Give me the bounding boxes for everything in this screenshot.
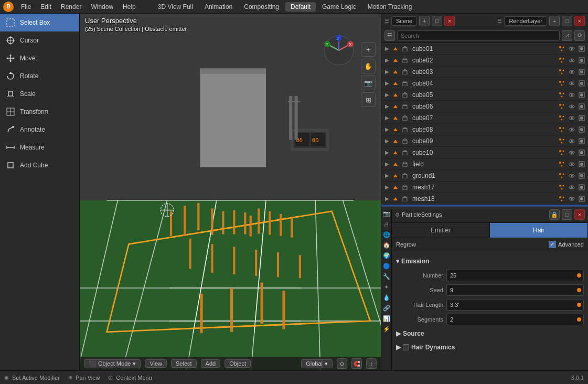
outliner-item[interactable]: ▶ ground1 [381,170,588,182]
outliner-item[interactable]: ▶ cube06 [381,101,588,112]
props-close-button[interactable]: × [574,209,585,220]
renderlayer-view-button[interactable]: □ [562,16,572,26]
render-icon[interactable] [578,79,586,88]
transform-pivot-button[interactable]: ↕ [366,358,377,369]
render-icon[interactable] [578,56,586,65]
props-particles-icon[interactable]: ✦ [382,283,391,292]
outliner-item[interactable]: ▶ cube07 [381,112,588,124]
menu-render[interactable]: Render [57,2,85,12]
workspace-3dview[interactable]: 3D View Full [153,2,198,12]
particle-icon[interactable] [558,160,566,168]
outliner-item[interactable]: ▶ cube09 [381,135,588,147]
segments-field[interactable]: 2 [446,314,584,325]
props-constraints-icon[interactable]: 🔗 [382,304,391,313]
tool-select-box[interactable]: Select Box [0,14,79,31]
outliner-item[interactable]: ▶ cube08 [381,124,588,135]
outliner-item[interactable]: ▶ cube10 [381,147,588,158]
tool-transform[interactable]: Transform [0,103,79,121]
particle-icon[interactable] [558,195,566,203]
outliner-item[interactable]: ▶ cube04 [381,78,588,89]
visibility-icon[interactable] [568,102,576,111]
props-view-layer-icon[interactable]: 🌐 [382,230,391,240]
add-menu[interactable]: Add [201,359,221,368]
props-scene-icon[interactable]: 🏠 [382,241,391,250]
tool-move[interactable]: Move [0,49,79,67]
viewport-gizmo[interactable]: X Y Z [323,35,355,66]
menu-edit[interactable]: Edit [36,2,56,12]
tool-cursor[interactable]: Cursor [0,31,79,49]
menu-file[interactable]: File [17,2,35,12]
render-icon[interactable] [578,160,586,168]
particle-icon[interactable] [558,45,566,53]
tool-rotate[interactable]: Rotate [0,67,79,85]
hair-dynamics-header[interactable]: ▶ Hair Dynamics [396,342,584,353]
workspace-gamelogic[interactable]: Game Logic [317,2,361,12]
renderlayer-add-button[interactable]: + [549,16,560,26]
3d-viewport[interactable]: 00 00 User Perspective (25) Scene Collec… [80,14,381,370]
renderlayer-close-button[interactable]: × [574,16,585,26]
particle-icon[interactable] [558,102,566,111]
select-menu[interactable]: Select [171,359,197,368]
props-object-data-icon[interactable]: 📊 [382,314,391,324]
props-copy-button[interactable]: □ [562,209,572,220]
props-object-icon[interactable]: 🔵 [382,262,391,271]
outliner-item[interactable]: ▶ cube02 [381,55,588,66]
workspace-motiontracking[interactable]: Motion Tracking [362,2,418,12]
render-icon[interactable] [578,183,586,191]
particle-icon[interactable] [558,91,566,99]
particle-icon[interactable] [558,172,566,180]
outliner-item[interactable]: ▶ cube05 [381,89,588,101]
props-material-icon[interactable]: ⚡ [382,325,391,334]
tool-measure[interactable]: Measure [0,138,79,156]
workspace-default[interactable]: Default [285,2,316,12]
scene-add-button[interactable]: + [419,16,430,26]
props-output-icon[interactable]: 🖨 [382,220,391,229]
menu-window[interactable]: Window [87,2,117,12]
outliner-item[interactable]: ▶ cube01 [381,43,588,55]
workspace-animation[interactable]: Animation [199,2,238,12]
outliner-display-mode[interactable]: ☰ [384,30,395,41]
props-modifier-icon[interactable]: 🔧 [382,272,391,282]
emission-header[interactable]: ▾ Emission [396,255,584,267]
render-icon[interactable] [578,102,586,111]
particle-icon[interactable] [558,137,566,145]
visibility-icon[interactable] [568,160,576,168]
visibility-icon[interactable] [568,45,576,53]
scene-view-button[interactable]: □ [432,16,442,26]
workspace-compositing[interactable]: Compositing [239,2,284,12]
render-icon[interactable] [578,148,586,157]
view-menu[interactable]: View [145,359,167,368]
zoom-in-button[interactable]: + [361,42,376,57]
particle-icon[interactable] [558,56,566,65]
visibility-icon[interactable] [568,79,576,88]
particle-icon[interactable] [558,68,566,76]
render-icon[interactable] [578,91,586,99]
particle-icon[interactable] [558,148,566,157]
global-select[interactable]: Global ▾ [301,359,333,368]
advanced-checkbox[interactable]: ✓ [549,241,556,248]
tool-scale[interactable]: Scale [0,85,79,103]
tab-hair[interactable]: Hair [490,223,588,238]
props-render-icon[interactable]: 📷 [382,209,391,219]
seed-field[interactable]: 9 [446,284,584,296]
outliner-sync-button[interactable]: ⟳ [574,30,585,41]
render-icon[interactable] [578,114,586,122]
render-icon[interactable] [578,68,586,76]
visibility-icon[interactable] [568,137,576,145]
hair-length-field[interactable]: 3.3' [446,299,584,311]
particle-icon[interactable] [558,183,566,191]
outliner-item[interactable]: ▶ field [381,158,588,170]
object-menu[interactable]: Object [224,359,251,368]
proportional-edit-button[interactable]: ⊙ [337,358,347,369]
outliner-item[interactable]: ▶ mesh17 [381,182,588,193]
visibility-icon[interactable] [568,68,576,76]
particle-icon[interactable] [558,125,566,134]
visibility-icon[interactable] [568,195,576,203]
visibility-icon[interactable] [568,148,576,157]
outliner-list[interactable]: ▶ cube01 ▶ cube02 ▶ [381,43,588,207]
render-icon[interactable] [578,125,586,134]
props-physics-icon[interactable]: 💧 [382,293,391,303]
outliner-item[interactable]: ▶ cube03 [381,66,588,78]
grid-button[interactable]: ⊞ [361,92,376,107]
tool-annotate[interactable]: Annotate [0,121,79,138]
